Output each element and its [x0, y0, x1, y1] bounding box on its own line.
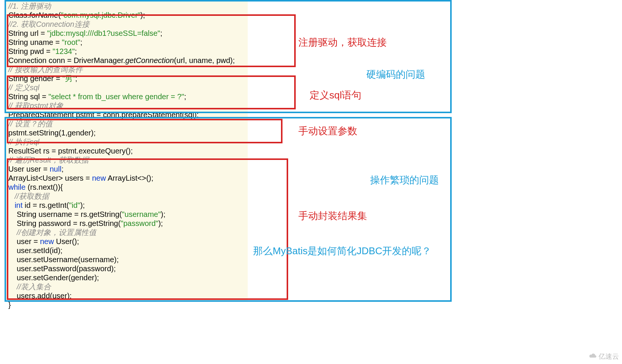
- watermark: 亿速云: [589, 352, 619, 361]
- red-box-set-param: [7, 119, 282, 143]
- label-question: 那么MyBatis是如何简化JDBC开发的呢？: [253, 244, 431, 258]
- watermark-text: 亿速云: [599, 352, 619, 361]
- cloud-icon: [589, 353, 597, 361]
- red-box-define-sql: [7, 75, 296, 109]
- label-set-param: 手动设置参数: [298, 124, 357, 138]
- red-box-wrap-result: [7, 158, 288, 300]
- label-hardcode: 硬编码的问题: [366, 68, 425, 81]
- label-register: 注册驱动，获取连接: [298, 36, 387, 49]
- red-box-register: [7, 14, 296, 67]
- label-cumbersome: 操作繁琐的问题: [370, 174, 439, 187]
- label-wrap-result: 手动封装结果集: [298, 209, 367, 223]
- label-define-sql: 定义sql语句: [310, 89, 361, 102]
